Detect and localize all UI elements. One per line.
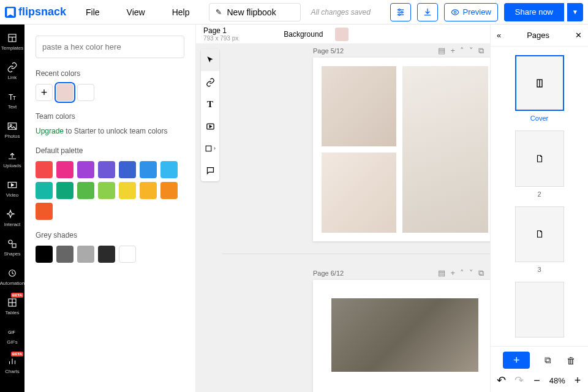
page-thumbnail[interactable] <box>515 282 564 337</box>
sidebar-item-charts[interactable]: ChartsBETA <box>0 350 24 380</box>
undo-icon[interactable]: ↶ <box>496 374 507 387</box>
color-swatch[interactable] <box>98 182 115 199</box>
page-canvas[interactable] <box>313 58 497 241</box>
color-swatch[interactable] <box>77 161 94 178</box>
color-swatch[interactable] <box>140 161 157 178</box>
color-swatch[interactable] <box>77 246 94 263</box>
page-duplicate-icon[interactable]: ⧉ <box>478 268 484 278</box>
share-dropdown[interactable]: ▼ <box>567 3 583 21</box>
page-up-icon[interactable]: ˄ <box>460 46 464 56</box>
add-page-button[interactable]: + <box>503 352 530 369</box>
page-comment-icon[interactable]: ▤ <box>438 46 445 56</box>
svg-point-15 <box>9 240 12 244</box>
collapse-panel-icon[interactable]: « <box>497 31 501 40</box>
duplicate-page-icon[interactable]: ⧉ <box>545 355 551 366</box>
canvas-image[interactable] <box>331 298 478 372</box>
page-add-icon[interactable]: + <box>450 46 455 56</box>
share-button[interactable]: Share now <box>504 3 564 21</box>
settings-button[interactable] <box>390 3 411 21</box>
save-status: All changes saved <box>311 8 383 17</box>
sidebar-item-video[interactable]: Video <box>0 174 24 203</box>
color-swatch[interactable] <box>36 182 53 199</box>
doc-title-text: New flipbook <box>227 7 276 17</box>
delete-page-icon[interactable]: 🗑 <box>567 355 576 366</box>
sidebar-item-link[interactable]: Link <box>0 56 24 86</box>
svg-rect-26 <box>206 146 211 151</box>
color-swatch[interactable] <box>160 182 178 199</box>
canvas-image[interactable] <box>322 66 396 146</box>
logo[interactable]: flipsnack <box>5 6 66 18</box>
page-canvas[interactable] <box>313 280 497 392</box>
vertical-toolbar: T › <box>201 49 219 181</box>
zoom-in-button[interactable]: + <box>572 374 583 387</box>
close-panel-icon[interactable]: ✕ <box>575 31 582 40</box>
color-swatch[interactable] <box>36 203 53 220</box>
color-swatch[interactable] <box>56 84 74 101</box>
page-thumbnail[interactable] <box>515 130 564 186</box>
thumbnails: Cover 2 3 <box>491 47 588 346</box>
background-swatch[interactable] <box>335 28 349 41</box>
page-strip: Page 5/12 ▤ + ˄ ˅ ⧉ 🗑 <box>313 44 497 58</box>
page-block: Page 5/12 ▤ + ˄ ˅ ⧉ 🗑 <box>313 44 497 241</box>
color-swatch[interactable] <box>36 246 53 263</box>
color-swatch[interactable] <box>160 161 178 178</box>
page-down-icon[interactable]: ˅ <box>469 268 473 278</box>
sidebar-item-uploads[interactable]: Uploads <box>0 145 24 174</box>
page-down-icon[interactable]: ˅ <box>469 46 473 56</box>
page-number-label: Page 6/12 <box>313 270 344 277</box>
page-number-label: Page 5/12 <box>313 47 344 55</box>
canvas-image[interactable] <box>402 66 488 233</box>
sidebar-item-interact[interactable]: Interact <box>0 203 24 233</box>
color-swatch[interactable] <box>36 161 53 178</box>
menu-file[interactable]: File <box>74 7 112 17</box>
download-button[interactable] <box>417 3 438 21</box>
color-swatch[interactable] <box>119 246 136 263</box>
color-swatch[interactable] <box>119 161 136 178</box>
color-swatch[interactable] <box>119 182 136 199</box>
color-swatch[interactable] <box>140 182 157 199</box>
color-swatch[interactable] <box>56 182 74 199</box>
color-swatch[interactable] <box>56 161 74 178</box>
sidebar-item-text[interactable]: TTText <box>0 86 24 115</box>
preview-button[interactable]: Preview <box>444 3 498 21</box>
doc-title-input[interactable]: ✎ New flipbook <box>209 3 301 21</box>
color-swatch[interactable] <box>56 246 74 263</box>
comment-tool[interactable] <box>201 159 219 181</box>
page-comment-icon[interactable]: ▤ <box>438 268 445 278</box>
sidebar-item-templates[interactable]: Templates <box>0 27 24 56</box>
sidebar-item-gifs[interactable]: GIFGIFs <box>0 321 24 350</box>
color-swatch[interactable] <box>98 246 115 263</box>
thumbnail-label: Cover <box>530 115 548 122</box>
pages-panel-footer: + ⧉ 🗑 ↶ ↷ − 48% + <box>491 346 588 392</box>
zoom-out-button[interactable]: − <box>531 374 542 387</box>
menu-view[interactable]: View <box>115 7 157 17</box>
background-label: Background <box>284 30 323 39</box>
sidebar-item-tables[interactable]: TablesBETA <box>0 292 24 321</box>
shape-tool[interactable]: › <box>201 137 219 159</box>
grey-shades-row <box>36 246 184 263</box>
color-swatch[interactable] <box>77 84 94 101</box>
text-tool[interactable]: T <box>201 93 219 115</box>
add-color-button[interactable]: + <box>36 84 53 101</box>
color-swatch[interactable] <box>77 182 94 199</box>
sidebar-item-photos[interactable]: Photos <box>0 115 24 145</box>
sidebar-item-automation[interactable]: Automation <box>0 262 24 292</box>
color-panel: Recent colors + Team colors Upgrade to S… <box>24 24 196 392</box>
page-up-icon[interactable]: ˄ <box>460 268 464 278</box>
upgrade-link[interactable]: Upgrade <box>36 127 64 135</box>
page-strip: Page 6/12 ▤ + ˄ ˅ ⧉ 🗑 <box>313 266 497 280</box>
menu-help[interactable]: Help <box>160 7 202 17</box>
sidebar-item-shapes[interactable]: Shapes <box>0 233 24 262</box>
page-thumbnail[interactable] <box>515 55 564 111</box>
svg-point-6 <box>454 11 456 13</box>
link-tool[interactable] <box>201 71 219 93</box>
page-add-icon[interactable]: + <box>450 268 455 278</box>
page-thumbnail[interactable] <box>515 206 564 262</box>
cursor-tool[interactable] <box>201 49 219 71</box>
page-duplicate-icon[interactable]: ⧉ <box>478 46 484 56</box>
color-swatch[interactable] <box>98 161 115 178</box>
redo-icon[interactable]: ↷ <box>513 374 524 387</box>
hex-input[interactable] <box>36 36 184 58</box>
video-tool[interactable] <box>201 115 219 137</box>
canvas-image[interactable] <box>322 153 396 233</box>
